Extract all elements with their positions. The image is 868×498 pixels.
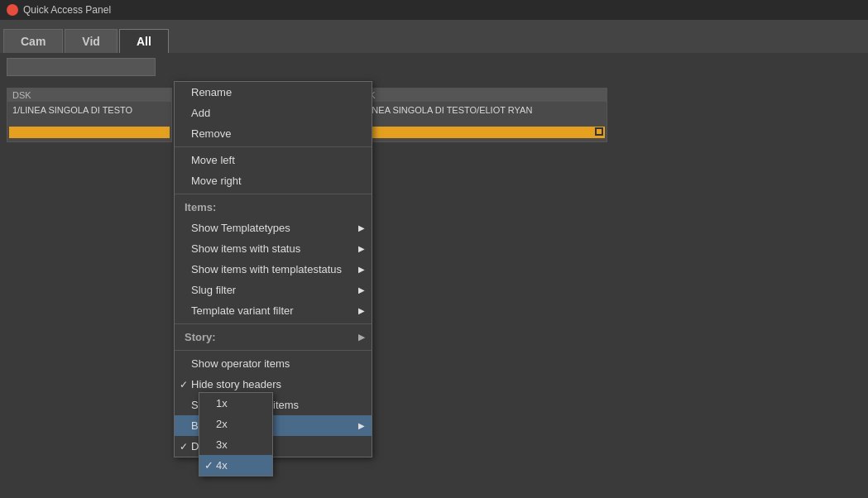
- content-area: DSK 1/LINEA SINGOLA DI TESTO DSK LA DI T…: [0, 81, 868, 149]
- tab-cam[interactable]: Cam: [3, 29, 63, 53]
- app-icon: [7, 4, 18, 16]
- dsk-bar-3: [353, 127, 605, 138]
- dsk-title-3: 1/LINEA SINGOLA DI TESTO/ELIOT RYAN: [352, 102, 607, 125]
- menu-items-header: Items:: [175, 197, 372, 218]
- separator-3: [175, 323, 372, 324]
- submenu-1x[interactable]: 1x: [199, 393, 272, 414]
- submenu-2x[interactable]: 2x: [199, 414, 272, 434]
- submenu-4x[interactable]: 4x: [199, 455, 272, 476]
- search-bar: [0, 53, 868, 81]
- dsk-card-3[interactable]: DSK 1/LINEA SINGOLA DI TESTO/ELIOT RYAN: [351, 88, 607, 142]
- tab-vid[interactable]: Vid: [65, 29, 117, 53]
- menu-template-variant[interactable]: Template variant filter: [175, 300, 372, 321]
- title-bar-text: Quick Access Panel: [23, 4, 111, 16]
- menu-remove[interactable]: Remove: [175, 123, 372, 144]
- menu-add[interactable]: Add: [175, 103, 372, 123]
- menu-move-right[interactable]: Move right: [175, 170, 372, 191]
- bar-indicator-3: [595, 127, 603, 136]
- dsk-bar-1: [9, 127, 170, 138]
- search-input[interactable]: [7, 58, 156, 76]
- menu-show-operator[interactable]: Show operator items: [175, 353, 372, 374]
- tab-bar: Cam Vid All: [0, 20, 868, 53]
- menu-show-items-status[interactable]: Show items with status: [175, 238, 372, 259]
- menu-rename[interactable]: Rename: [175, 82, 372, 103]
- box-width-submenu: 1x 2x 3x 4x: [199, 392, 273, 476]
- separator-4: [175, 350, 372, 351]
- menu-story-header: Story:: [175, 327, 372, 347]
- separator-1: [175, 146, 372, 147]
- menu-show-items-templatestatus[interactable]: Show items with templatestatus: [175, 259, 372, 280]
- menu-move-left[interactable]: Move left: [175, 150, 372, 170]
- dsk-card-1[interactable]: DSK 1/LINEA SINGOLA DI TESTO: [7, 88, 172, 142]
- menu-show-templatetypes[interactable]: Show Templatetypes: [175, 218, 372, 238]
- separator-2: [175, 194, 372, 194]
- menu-slug-filter[interactable]: Slug filter: [175, 280, 372, 300]
- tab-all[interactable]: All: [119, 29, 169, 53]
- dsk-title-1: 1/LINEA SINGOLA DI TESTO: [7, 102, 171, 125]
- dsk-label-3: DSK: [352, 89, 607, 102]
- title-bar: Quick Access Panel: [0, 0, 868, 20]
- dsk-label-1: DSK: [7, 89, 171, 102]
- submenu-3x[interactable]: 3x: [199, 434, 272, 455]
